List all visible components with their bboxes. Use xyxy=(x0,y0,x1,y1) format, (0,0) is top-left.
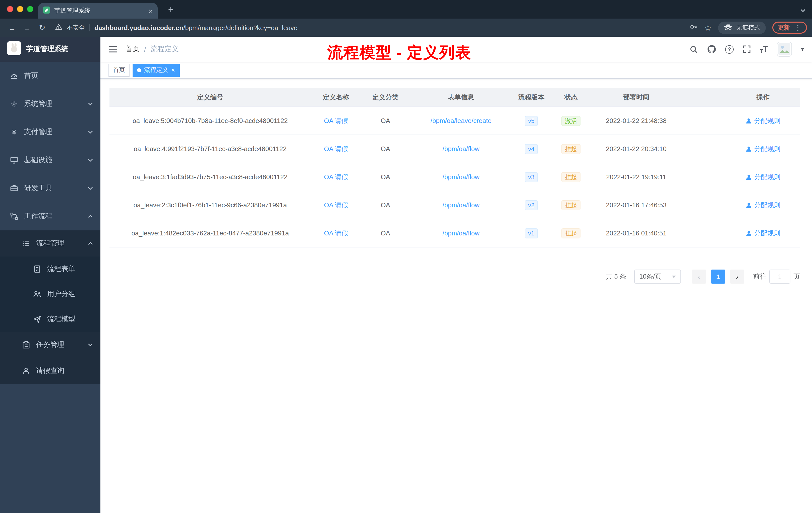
breadcrumb-home[interactable]: 首页 xyxy=(125,45,140,54)
goto-page-input[interactable] xyxy=(769,270,790,283)
sidebar-toggle[interactable] xyxy=(109,45,117,53)
col-status: 状态 xyxy=(550,88,591,107)
prev-page-button[interactable] xyxy=(692,270,706,283)
browser-toolbar: 不安全 dashboard.yudao.iocoder.cn/bpm/manag… xyxy=(0,19,812,37)
monitor-icon xyxy=(10,156,18,164)
user-group-icon xyxy=(33,290,41,298)
page-size-select[interactable]: 10条/页 xyxy=(634,270,681,283)
sidebar-item-user-group[interactable]: 用户分组 xyxy=(0,281,100,307)
bookmark-star-icon[interactable] xyxy=(704,23,712,32)
form-link[interactable]: /bpm/oa/flow xyxy=(442,230,479,237)
definition-name-link[interactable]: OA 请假 xyxy=(324,116,348,125)
form-link[interactable]: /bpm/oa/flow xyxy=(442,173,479,181)
definition-category: OA xyxy=(381,173,390,181)
user-icon xyxy=(746,202,752,208)
new-tab-icon[interactable]: + xyxy=(165,3,177,16)
font-size-icon[interactable] xyxy=(760,45,768,54)
assign-rule-link[interactable]: 分配规则 xyxy=(746,229,780,238)
browser-tab[interactable]: 芋道管理系统 × xyxy=(38,3,158,19)
next-page-button[interactable] xyxy=(730,270,744,283)
chevron-down-icon xyxy=(87,101,93,107)
user-icon xyxy=(746,118,752,124)
app-logo[interactable]: 芋道管理系统 xyxy=(0,37,100,62)
form-link[interactable]: /bpm/oa/leave/create xyxy=(431,117,492,124)
github-icon[interactable] xyxy=(707,45,716,54)
deploy-time: 2022-01-16 01:40:51 xyxy=(606,230,666,237)
security-label[interactable]: 不安全 xyxy=(67,23,85,32)
assign-rule-link[interactable]: 分配规则 xyxy=(746,116,780,125)
key-icon[interactable] xyxy=(689,22,698,33)
chevron-down-icon xyxy=(87,185,93,191)
deploy-time: 2022-01-22 20:34:10 xyxy=(606,145,666,153)
definition-id: oa_leave:3:1fad3d93-7b75-11ec-a3c8-acde4… xyxy=(133,173,288,181)
sidebar-item-workflow[interactable]: 工作流程 xyxy=(0,202,100,231)
deploy-time: 2022-01-16 17:46:53 xyxy=(606,201,666,209)
table-row: oa_leave:4:991f2193-7b7f-11ec-a3c8-acde4… xyxy=(110,135,800,163)
address-bar[interactable]: 不安全 dashboard.yudao.iocoder.cn/bpm/manag… xyxy=(55,23,679,32)
close-tab-icon[interactable]: × xyxy=(149,7,153,14)
version-tag: v5 xyxy=(524,116,538,126)
form-link[interactable]: /bpm/oa/flow xyxy=(442,145,479,153)
definition-category: OA xyxy=(381,117,390,124)
forward-icon[interactable] xyxy=(20,21,34,35)
toolbar-right: 无痕模式 更新 xyxy=(689,21,807,34)
user-icon xyxy=(746,146,752,152)
maximize-window-button[interactable] xyxy=(27,6,33,12)
sidebar-item-home[interactable]: 首页 xyxy=(0,62,100,90)
browser-menu-icon[interactable] xyxy=(794,24,802,32)
navbar: 首页 / 流程定义 流程模型 - 定义列表 xyxy=(100,37,812,62)
table-row: oa_leave:5:004b710b-7b8a-11ec-8ef0-acde4… xyxy=(110,107,800,135)
update-button[interactable]: 更新 xyxy=(772,22,807,34)
tab-search-icon[interactable] xyxy=(800,6,806,16)
sidebar-item-leave-query[interactable]: 请假查询 xyxy=(0,358,100,384)
tag-process-definition[interactable]: 流程定义 xyxy=(133,63,179,77)
reload-icon[interactable] xyxy=(35,21,49,35)
col-process-version: 流程版本 xyxy=(512,88,550,107)
pagination: 共 5 条 10条/页 1 前往 页 xyxy=(110,270,800,283)
col-definition-id: 定义编号 xyxy=(110,88,311,107)
tag-home[interactable]: 首页 xyxy=(109,63,129,77)
definition-name-link[interactable]: OA 请假 xyxy=(324,173,348,181)
sidebar-item-devtools[interactable]: 研发工具 xyxy=(0,174,100,202)
sidebar-item-infrastructure[interactable]: 基础设施 xyxy=(0,146,100,174)
assign-rule-link[interactable]: 分配规则 xyxy=(746,173,780,181)
total-count: 共 5 条 xyxy=(606,272,626,281)
col-deploy-time: 部署时间 xyxy=(591,88,681,107)
sidebar-item-payment[interactable]: 支付管理 xyxy=(0,118,100,146)
sidebar-item-process-form[interactable]: 流程表单 xyxy=(0,256,100,281)
chevron-down-icon xyxy=(87,342,93,348)
form-link[interactable]: /bpm/oa/flow xyxy=(442,201,479,209)
definition-name-link[interactable]: OA 请假 xyxy=(324,201,348,210)
clipboard-icon xyxy=(22,341,30,349)
search-icon[interactable] xyxy=(690,45,698,54)
minimize-window-button[interactable] xyxy=(17,6,23,12)
breadcrumb-current: 流程定义 xyxy=(151,45,179,54)
active-dot xyxy=(137,68,141,72)
close-window-button[interactable] xyxy=(7,6,13,12)
assign-rule-link[interactable]: 分配规则 xyxy=(746,144,780,153)
caret-down-icon[interactable] xyxy=(801,46,804,53)
sidebar-item-process-management[interactable]: 流程管理 xyxy=(0,231,100,256)
sidebar-item-process-model[interactable]: 流程模型 xyxy=(0,307,100,332)
definition-id: oa_leave:4:991f2193-7b7f-11ec-a3c8-acde4… xyxy=(134,145,287,153)
annotation-overlay: 流程模型 - 定义列表 xyxy=(327,42,471,63)
assign-rule-link[interactable]: 分配规则 xyxy=(746,201,780,210)
definition-category: OA xyxy=(381,230,390,237)
table-row: oa_leave:3:1fad3d93-7b75-11ec-a3c8-acde4… xyxy=(110,163,800,191)
help-icon[interactable] xyxy=(725,45,734,54)
back-icon[interactable] xyxy=(5,21,19,35)
avatar[interactable] xyxy=(777,42,792,57)
page-1-button[interactable]: 1 xyxy=(711,270,725,283)
sidebar-item-task-management[interactable]: 任务管理 xyxy=(0,332,100,358)
status-tag: 激活 xyxy=(561,116,580,126)
tab-title: 芋道管理系统 xyxy=(54,6,145,15)
url-text[interactable]: dashboard.yudao.iocoder.cn/bpm/manager/d… xyxy=(94,23,297,32)
sidebar-item-system[interactable]: 系统管理 xyxy=(0,90,100,118)
definition-name-link[interactable]: OA 请假 xyxy=(324,229,348,238)
tags-view: 首页 流程定义 xyxy=(100,62,812,79)
fullscreen-icon[interactable] xyxy=(743,45,751,53)
divider xyxy=(89,24,90,31)
definition-name-link[interactable]: OA 请假 xyxy=(324,144,348,153)
close-icon[interactable] xyxy=(171,67,175,73)
main-area: 首页 / 流程定义 流程模型 - 定义列表 xyxy=(100,37,812,513)
